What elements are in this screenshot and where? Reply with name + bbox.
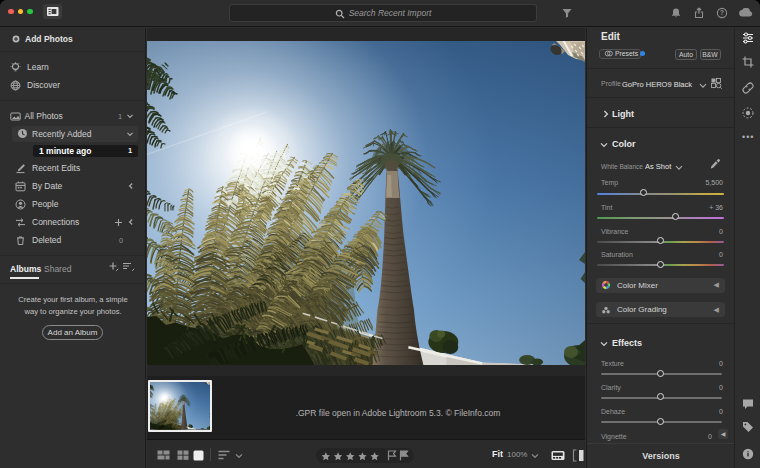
svg-text:?: ?: [720, 9, 724, 16]
